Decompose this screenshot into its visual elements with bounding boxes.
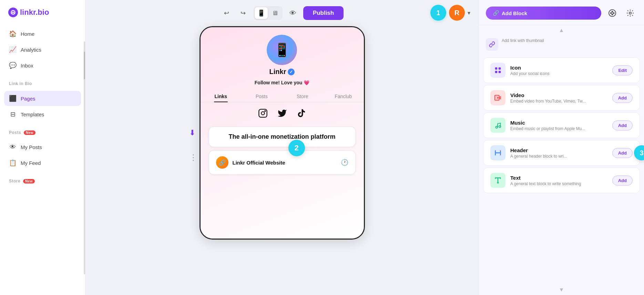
instagram-icon[interactable] (258, 108, 268, 120)
svg-point-7 (612, 11, 613, 12)
undo-button[interactable]: ↩ (221, 7, 233, 19)
block-item-text: Text A general text block to write somet… (483, 168, 640, 193)
redo-button[interactable]: ↪ (237, 7, 249, 19)
twitter-icon[interactable] (277, 108, 287, 120)
phone-avatar-area: 📱 Linkr ✓ Follow me! Love you 💗 (255, 27, 309, 85)
add-block-button[interactable]: 🔗 Add Block (486, 7, 601, 20)
music-block-icon (490, 118, 505, 133)
main-area: 1 R ▾ ↩ ↪ 📱 🖥 👁 Publish 2 ⬇ 📱 (85, 0, 479, 295)
user-avatar[interactable]: R (449, 5, 465, 21)
phone-container: 2 ⬇ 📱 Linkr ✓ Follow me! Love you 💗 (200, 26, 365, 240)
svg-point-10 (629, 12, 631, 14)
tab-fanclub[interactable]: Fanclub (323, 90, 364, 102)
music-block-title: Music (510, 120, 607, 126)
tab-links[interactable]: Links (201, 90, 242, 102)
video-block-desc: Embed video from YouTube, Vimeo, Tw... (510, 99, 607, 104)
mobile-view-button[interactable]: 📱 (255, 7, 268, 19)
preview-button[interactable]: 👁 (287, 7, 299, 19)
header-block-desc: A general header block to wri... (510, 154, 607, 159)
phone-content: The all-in-one monetization platform 🔗 L… (201, 127, 364, 175)
posts-nav: 👁 My Posts 📋 My Feed (0, 137, 85, 173)
tab-posts[interactable]: Posts (241, 90, 282, 102)
block-item-video: Video Embed video from YouTube, Vimeo, T… (483, 85, 640, 110)
icon-block-desc: Add your social icons (510, 71, 607, 76)
sidebar-item-pages[interactable]: ⬛ Pages (4, 91, 81, 106)
svg-point-1 (13, 13, 14, 14)
main-nav: 🏠 Home 📈 Analytics 💬 Inbox (0, 23, 85, 76)
sidebar-item-home[interactable]: 🏠 Home (4, 26, 81, 41)
link-card-icon: 🔗 (216, 156, 228, 169)
publish-button[interactable]: Publish (303, 6, 344, 20)
header-block-icon (490, 145, 505, 160)
video-block-title: Video (510, 92, 607, 98)
tab-store[interactable]: Store (282, 90, 323, 102)
user-menu-chevron[interactable]: ▾ (468, 10, 470, 16)
block-item-icon: Icon Add your social icons Edit (483, 57, 640, 83)
text-block-icon (490, 173, 505, 188)
sidebar-item-my-posts[interactable]: 👁 My Posts (4, 140, 81, 155)
thumbnail-desc: Add link with thumbnail (502, 38, 544, 43)
sidebar-item-templates[interactable]: ⊟ Templates (4, 107, 81, 122)
inbox-icon: 💬 (9, 62, 17, 69)
link-card-website[interactable]: 🔗 Linkr Official Website 🕐 (209, 150, 356, 175)
profile-avatar: 📱 (267, 35, 297, 65)
phone-tabs: Links Posts Store Fanclub (201, 90, 364, 102)
block-item-header: Header A general header block to wri... … (483, 140, 640, 166)
link-card-label: Linkr Official Website (233, 160, 285, 166)
desktop-view-button[interactable]: 🖥 (268, 7, 282, 19)
sidebar-item-my-feed[interactable]: 📋 My Feed (4, 155, 81, 170)
block-list: Icon Add your social icons Edit Video Em… (479, 53, 644, 285)
sidebar-item-label-templates: Templates (21, 112, 44, 117)
panel-scroll-up[interactable]: ▲ (479, 25, 644, 35)
phone-inner: 📱 Linkr ✓ Follow me! Love you 💗 Links Po… (201, 27, 364, 239)
settings-button[interactable] (623, 6, 637, 20)
notification-avatar[interactable]: 1 (430, 5, 446, 21)
palette-button[interactable] (605, 6, 619, 20)
svg-point-5 (609, 10, 616, 17)
tooltip-3: 3 (634, 145, 644, 160)
tooltip-2: 2 (288, 140, 305, 156)
svg-point-3 (261, 112, 264, 115)
avatar-image: 📱 (274, 42, 290, 57)
brand-logo: linkr.bio (0, 0, 85, 23)
header-block-text: Header A general header block to wri... (510, 147, 607, 159)
text-block-title: Text (510, 175, 607, 181)
music-block-add-button[interactable]: Add (612, 120, 633, 130)
drag-handle (193, 154, 194, 161)
editor-toolbar: ↩ ↪ 📱 🖥 👁 Publish (221, 6, 344, 20)
right-panel-header: 🔗 Add Block (479, 0, 644, 25)
sidebar-item-label-analytics: Analytics (21, 47, 41, 53)
store-new-badge: New (23, 179, 35, 183)
panel-scroll-down[interactable]: ▼ (479, 285, 644, 295)
svg-rect-11 (495, 67, 497, 70)
video-block-text: Video Embed video from YouTube, Vimeo, T… (510, 92, 607, 104)
header-block-add-button[interactable]: Add (612, 148, 633, 158)
posts-section-label: Posts New (0, 125, 85, 137)
sidebar-item-analytics[interactable]: 📈 Analytics (4, 42, 81, 57)
store-section-label: Store New (0, 173, 85, 186)
music-block-text: Music Embed music or playlist from Apple… (510, 120, 607, 131)
right-panel: 🔗 Add Block ▲ Add (479, 0, 644, 295)
text-block-text: Text A general text block to write somet… (510, 175, 607, 186)
device-toggle: 📱 🖥 (254, 6, 283, 20)
my-posts-icon: 👁 (9, 144, 17, 151)
svg-rect-2 (259, 109, 267, 117)
sidebar-scrollbar-thumb (84, 52, 85, 79)
icon-block-edit-button[interactable]: Edit (612, 65, 633, 75)
tiktok-icon[interactable] (297, 108, 306, 120)
icon-block-icon (490, 63, 505, 78)
svg-point-4 (265, 110, 265, 111)
svg-point-0 (11, 10, 16, 15)
link-card-clock-icon: 🕐 (341, 159, 348, 166)
icon-block-title: Icon (510, 65, 607, 71)
phone-mockup: 📱 Linkr ✓ Follow me! Love you 💗 Links Po… (200, 26, 365, 240)
sidebar-scrollbar[interactable] (84, 41, 85, 274)
video-block-add-button[interactable]: Add (612, 93, 633, 103)
text-block-add-button[interactable]: Add (612, 176, 633, 186)
content-card-main: The all-in-one monetization platform (209, 127, 356, 147)
sidebar-item-inbox[interactable]: 💬 Inbox (4, 58, 81, 73)
brand-name: linkr.bio (20, 8, 49, 17)
svg-point-6 (611, 13, 612, 14)
brand-suffix: .bio (35, 8, 49, 17)
templates-icon: ⊟ (9, 110, 17, 118)
